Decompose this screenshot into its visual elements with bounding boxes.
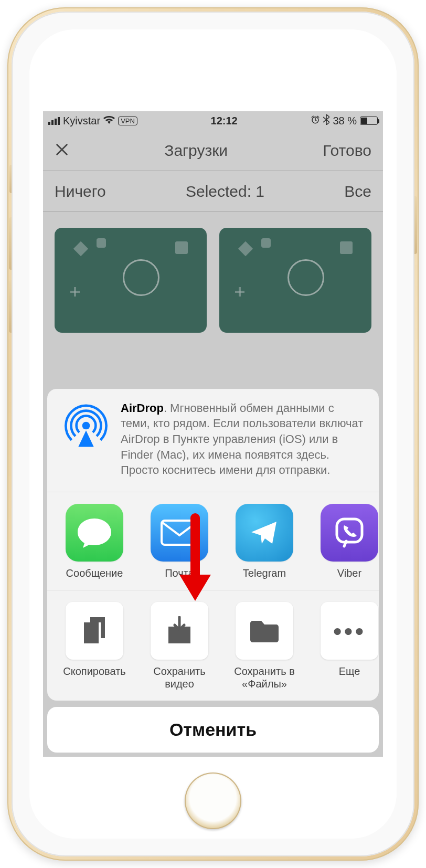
share-apps-row[interactable]: Сообщение Почта Telegram (47, 492, 379, 590)
airdrop-title: AirDrop (121, 401, 164, 415)
action-label: Сохранить видео (143, 665, 216, 690)
airdrop-icon (61, 400, 111, 451)
action-label: Скопировать (58, 665, 131, 678)
viber-icon (321, 504, 378, 562)
copy-icon (66, 602, 123, 660)
close-button[interactable] (55, 142, 69, 160)
selection-bar: Ничего Selected: 1 Все (43, 171, 383, 212)
battery-icon (360, 117, 378, 125)
page-title: Загрузки (164, 142, 228, 160)
done-button[interactable]: Готово (323, 142, 371, 160)
more-icon: ••• (321, 602, 378, 660)
airdrop-section: AirDrop. Мгновенный обмен данными с теми… (47, 389, 379, 492)
share-actions-row[interactable]: Скопировать Сохранить видео (47, 590, 379, 701)
save-video-icon (151, 602, 208, 660)
downloads-grid (43, 212, 383, 348)
share-panel: AirDrop. Мгновенный обмен данными с теми… (47, 389, 379, 701)
action-save-video[interactable]: Сохранить видео (143, 602, 216, 690)
mail-icon (151, 504, 208, 562)
svg-point-1 (82, 421, 90, 429)
battery-percent: 38 % (333, 115, 357, 127)
share-app-label: Сообщение (58, 567, 131, 579)
device-inner: Kyivstar VPN 12:12 38 % (12, 12, 414, 856)
download-item[interactable] (219, 228, 371, 333)
svg-rect-2 (162, 521, 197, 545)
share-app-label: Почта (143, 567, 216, 579)
action-label: Еще (313, 665, 379, 678)
screen: Kyivstar VPN 12:12 38 % (43, 111, 383, 757)
action-save-files[interactable]: Сохранить в «Файлы» (228, 602, 301, 690)
share-sheet: AirDrop. Мгновенный обмен данными с теми… (47, 389, 379, 753)
nav-bar: Загрузки Готово (43, 130, 383, 171)
download-item[interactable] (55, 228, 207, 333)
folder-icon (236, 602, 293, 660)
share-app-messages[interactable]: Сообщение (58, 504, 131, 579)
messages-icon (66, 504, 123, 562)
cancel-button[interactable]: Отменить (47, 707, 379, 753)
telegram-icon (236, 504, 293, 562)
carrier-label: Kyivstar (63, 115, 100, 127)
action-copy[interactable]: Скопировать (58, 602, 131, 690)
home-button[interactable] (185, 772, 241, 829)
share-app-viber[interactable]: Viber (313, 504, 379, 579)
status-time: 12:12 (137, 115, 311, 127)
status-bar: Kyivstar VPN 12:12 38 % (43, 111, 383, 130)
share-app-label: Viber (313, 567, 379, 579)
action-more[interactable]: ••• Еще (313, 602, 379, 690)
share-app-mail[interactable]: Почта (143, 504, 216, 579)
device-frame: Kyivstar VPN 12:12 38 % (7, 7, 419, 861)
select-none-button[interactable]: Ничего (55, 183, 106, 200)
cell-signal-icon (48, 117, 60, 125)
action-label: Сохранить в «Файлы» (228, 665, 301, 690)
svg-rect-3 (337, 519, 362, 542)
bluetooth-icon (323, 114, 329, 128)
share-app-telegram[interactable]: Telegram (228, 504, 301, 579)
share-app-label: Telegram (228, 567, 301, 579)
select-all-button[interactable]: Все (344, 183, 371, 200)
airdrop-description: AirDrop. Мгновенный обмен данными с теми… (121, 400, 365, 478)
alarm-icon (311, 115, 320, 127)
selected-count: Selected: 1 (186, 183, 264, 200)
wifi-icon (103, 115, 115, 127)
vpn-badge: VPN (118, 117, 137, 125)
